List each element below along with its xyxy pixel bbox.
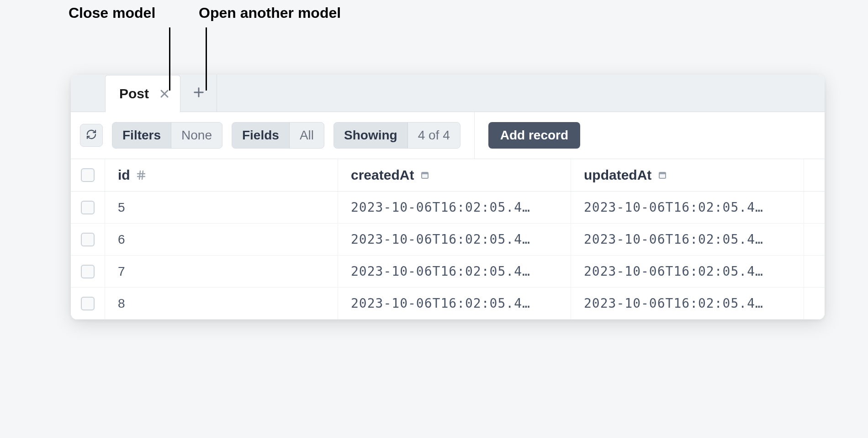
filters-value: None (171, 123, 222, 148)
showing-pill[interactable]: Showing 4 of 4 (333, 122, 460, 149)
row-checkbox-cell (71, 288, 105, 319)
hash-icon (136, 170, 147, 181)
row-checkbox-cell (71, 224, 105, 255)
cell-value-createdat: 2023-10-06T16:02:05.4… (351, 232, 530, 247)
table-body: 5 2023-10-06T16:02:05.4… 2023-10-06T16:0… (71, 192, 825, 320)
cell-createdat[interactable]: 2023-10-06T16:02:05.4… (338, 224, 571, 255)
annotation-close-model: Close model (69, 5, 155, 21)
data-table: id createdAt updatedAt (71, 159, 825, 320)
fields-pill[interactable]: Fields All (232, 122, 324, 149)
cell-value-createdat: 2023-10-06T16:02:05.4… (351, 200, 530, 215)
filters-pill[interactable]: Filters None (112, 122, 222, 149)
toolbar: Filters None Fields All Showing 4 of 4 A… (71, 112, 825, 159)
table-row[interactable]: 6 2023-10-06T16:02:05.4… 2023-10-06T16:0… (71, 224, 825, 256)
column-label-createdat: createdAt (351, 167, 414, 183)
cell-id[interactable]: 6 (105, 224, 338, 255)
calendar-icon (419, 170, 430, 181)
cell-createdat[interactable]: 2023-10-06T16:02:05.4… (338, 192, 571, 223)
toolbar-divider (474, 112, 475, 159)
header-checkbox-cell (71, 159, 105, 191)
data-browser-panel: Post Filters None Fields All (71, 75, 825, 320)
annotation-line-open (206, 27, 207, 91)
cell-value-updatedat: 2023-10-06T16:02:05.4… (584, 200, 763, 215)
row-checkbox-cell (71, 256, 105, 287)
cell-value-id: 7 (118, 264, 125, 279)
row-checkbox[interactable] (81, 265, 95, 278)
cell-value-updatedat: 2023-10-06T16:02:05.4… (584, 296, 763, 311)
column-header-updatedat[interactable]: updatedAt (571, 159, 804, 191)
annotation-line-close (169, 27, 170, 91)
cell-updatedat[interactable]: 2023-10-06T16:02:05.4… (571, 288, 804, 319)
svg-rect-9 (422, 174, 428, 178)
add-record-label: Add record (500, 128, 568, 143)
cell-id[interactable]: 8 (105, 288, 338, 319)
cell-value-id: 6 (118, 232, 125, 247)
cell-updatedat[interactable]: 2023-10-06T16:02:05.4… (571, 224, 804, 255)
add-tab-button[interactable] (180, 75, 217, 112)
fields-label: Fields (232, 123, 290, 148)
table-header-row: id createdAt updatedAt (71, 159, 825, 192)
refresh-button[interactable] (80, 124, 103, 147)
cell-value-createdat: 2023-10-06T16:02:05.4… (351, 264, 530, 279)
table-row[interactable]: 7 2023-10-06T16:02:05.4… 2023-10-06T16:0… (71, 256, 825, 288)
cell-value-updatedat: 2023-10-06T16:02:05.4… (584, 232, 763, 247)
cell-value-updatedat: 2023-10-06T16:02:05.4… (584, 264, 763, 279)
tab-bar: Post (71, 75, 825, 112)
cell-id[interactable]: 5 (105, 192, 338, 223)
cell-updatedat[interactable]: 2023-10-06T16:02:05.4… (571, 192, 804, 223)
cell-value-id: 5 (118, 200, 125, 215)
cell-value-id: 8 (118, 296, 125, 311)
tab-label: Post (119, 86, 149, 101)
svg-rect-11 (660, 174, 665, 178)
cell-id[interactable]: 7 (105, 256, 338, 287)
cell-value-createdat: 2023-10-06T16:02:05.4… (351, 296, 530, 311)
cell-updatedat[interactable]: 2023-10-06T16:02:05.4… (571, 256, 804, 287)
column-header-id[interactable]: id (105, 159, 338, 191)
row-checkbox[interactable] (81, 201, 95, 214)
row-checkbox-cell (71, 192, 105, 223)
select-all-checkbox[interactable] (81, 168, 95, 182)
annotation-open-model: Open another model (199, 5, 341, 21)
column-header-createdat[interactable]: createdAt (338, 159, 571, 191)
svg-line-6 (139, 171, 140, 179)
table-row[interactable]: 8 2023-10-06T16:02:05.4… 2023-10-06T16:0… (71, 288, 825, 320)
row-checkbox[interactable] (81, 233, 95, 246)
showing-value: 4 of 4 (408, 123, 460, 148)
calendar-icon (657, 170, 668, 181)
fields-value: All (290, 123, 324, 148)
cell-createdat[interactable]: 2023-10-06T16:02:05.4… (338, 288, 571, 319)
row-checkbox[interactable] (81, 297, 95, 310)
column-label-updatedat: updatedAt (584, 167, 651, 183)
filters-label: Filters (112, 123, 171, 148)
refresh-icon (86, 129, 97, 142)
add-record-button[interactable]: Add record (488, 122, 580, 149)
cell-createdat[interactable]: 2023-10-06T16:02:05.4… (338, 256, 571, 287)
svg-line-7 (142, 171, 143, 179)
table-row[interactable]: 5 2023-10-06T16:02:05.4… 2023-10-06T16:0… (71, 192, 825, 224)
plus-icon (192, 86, 205, 101)
column-label-id: id (118, 167, 130, 183)
showing-label: Showing (334, 123, 408, 148)
